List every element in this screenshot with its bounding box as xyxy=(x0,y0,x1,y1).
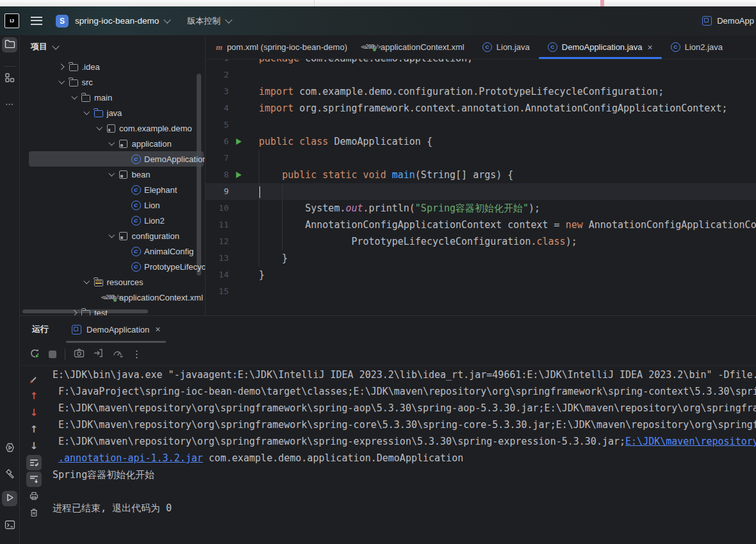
services-icon xyxy=(4,442,15,455)
more-tool-windows-button[interactable]: ⋯ xyxy=(2,96,17,111)
screenshot-button[interactable] xyxy=(74,348,85,360)
prev-trace-button[interactable]: ↑ xyxy=(26,388,42,404)
editor-tab[interactable]: Lion.java xyxy=(473,35,539,59)
more-options-button[interactable]: ⋮ xyxy=(132,349,142,359)
tree-row[interactable]: main xyxy=(20,90,205,105)
chevron-icon[interactable] xyxy=(69,311,79,315)
run-tool-window-button[interactable] xyxy=(2,491,17,506)
console-line xyxy=(53,483,756,500)
chevron-down-icon[interactable] xyxy=(226,16,233,23)
project-tool-window-button[interactable] xyxy=(2,37,17,53)
code-line[interactable]: 7 xyxy=(206,150,756,167)
console-output[interactable]: E:\JDK\bin\java.exe "-javaagent:E:\JDK\I… xyxy=(48,367,756,544)
tree-vertical-scrollbar[interactable] xyxy=(197,74,201,276)
chevron-icon[interactable] xyxy=(82,111,92,114)
run-line-icon[interactable] xyxy=(229,138,248,145)
services-tool-window-button[interactable] xyxy=(2,441,17,456)
tree-item-label: com.example.demo xyxy=(119,124,192,133)
chevron-icon[interactable] xyxy=(57,65,67,69)
chevron-icon[interactable] xyxy=(107,142,117,145)
tree-row[interactable]: AnimalConfig xyxy=(20,243,205,259)
hamburger-menu-icon[interactable] xyxy=(31,17,42,25)
project-name[interactable]: spring-ioc-bean-demo xyxy=(75,16,159,26)
chevron-icon[interactable] xyxy=(82,281,92,283)
editor-tab[interactable]: Lion2.java xyxy=(662,35,732,59)
tree-row[interactable]: Elephant xyxy=(20,182,205,197)
console-link[interactable]: .annotation-api-1.3.2.jar xyxy=(58,452,203,464)
code-line[interactable]: 12 PrototypeLifecycleConfiguration.class… xyxy=(206,233,756,250)
chevron-icon[interactable] xyxy=(57,81,67,83)
ide-window: IJ S spring-ioc-bean-demo 版本控制 DemoApp ⋯ xyxy=(0,0,756,544)
code-line[interactable]: 3 import com.example.demo.configuration.… xyxy=(206,83,756,100)
tree-row[interactable]: resources xyxy=(20,274,205,290)
print-button[interactable] xyxy=(26,488,42,504)
soft-wrap-toggle[interactable] xyxy=(26,455,42,470)
tree-row[interactable]: bean xyxy=(20,167,205,182)
tree-row[interactable]: src xyxy=(20,74,205,90)
chevron-down-icon[interactable] xyxy=(164,16,171,23)
run-console-tab[interactable]: DemoApplication × xyxy=(66,316,166,343)
code-line[interactable]: 13 } xyxy=(206,250,756,267)
jump-to-source-button[interactable] xyxy=(26,371,42,388)
profiler-button[interactable] xyxy=(112,348,124,360)
next-trace-button[interactable]: ↓ xyxy=(26,404,42,421)
code-line[interactable]: 4 import org.springframework.context.ann… xyxy=(206,100,756,117)
close-icon[interactable]: × xyxy=(648,42,653,53)
indent-guide xyxy=(259,150,259,267)
code-line[interactable]: 15 xyxy=(206,283,756,300)
project-avatar[interactable]: S xyxy=(56,15,69,28)
console-link[interactable]: E:\JDK\maven\repository xyxy=(625,436,756,447)
chevron-icon[interactable] xyxy=(107,173,117,176)
code-line[interactable]: 8 public static void main(String[] args)… xyxy=(206,167,756,183)
editor-tab[interactable]: applicationContext.xml xyxy=(356,35,473,59)
line-number: 14 xyxy=(206,267,229,283)
tree-item-icon xyxy=(92,277,105,286)
thread-dump-button[interactable] xyxy=(93,348,104,360)
stop-button[interactable] xyxy=(49,350,56,358)
code-line[interactable]: 2 xyxy=(206,67,756,83)
chevron-icon[interactable] xyxy=(107,235,117,237)
vcs-menu[interactable]: 版本控制 xyxy=(187,15,220,27)
code-line[interactable]: 5 xyxy=(206,117,756,133)
tree-row[interactable]: Lion2 xyxy=(20,213,205,228)
structure-tool-window-button[interactable] xyxy=(2,70,17,86)
tree-row[interactable]: applicationContext.xml xyxy=(20,290,205,305)
scroll-to-end-toggle[interactable] xyxy=(26,472,42,487)
chevron-down-icon[interactable] xyxy=(52,42,59,49)
tree-row[interactable]: DemoApplication xyxy=(20,151,205,167)
tree-item-icon xyxy=(92,108,105,117)
code-line[interactable]: 14 } xyxy=(206,267,756,283)
code-line[interactable]: 9 xyxy=(206,183,756,200)
tree-item-label: application xyxy=(132,139,172,149)
tree-row[interactable]: java xyxy=(20,105,205,120)
editor-tab[interactable]: pom.xml (spring-ioc-bean-demo) xyxy=(207,35,356,59)
code-line[interactable]: 1 package com.example.demo.application; xyxy=(206,59,756,67)
chevron-icon[interactable] xyxy=(94,127,104,129)
file-type-icon xyxy=(365,43,376,51)
tree-row[interactable]: PrototypeLifecycleConfiguration xyxy=(20,259,205,274)
clear-console-button[interactable] xyxy=(26,504,42,521)
up-stack-button[interactable]: ↑ xyxy=(26,421,42,438)
terminal-tool-window-button[interactable] xyxy=(2,518,17,533)
run-line-icon[interactable] xyxy=(229,171,248,179)
tree-row[interactable]: Lion xyxy=(20,197,205,213)
code-line[interactable]: 10 System.out.println("Spring容器初始化开始"); xyxy=(206,200,756,217)
chevron-icon[interactable] xyxy=(69,96,79,99)
project-panel-header[interactable]: 项目 xyxy=(20,35,205,58)
console-line: E:\JDK\maven\repository\org\springframew… xyxy=(53,416,756,433)
code-line[interactable]: 11 AnnotationConfigApplicationContext co… xyxy=(206,217,756,233)
tree-row[interactable]: configuration xyxy=(20,228,205,243)
tree-row[interactable]: com.example.demo xyxy=(20,120,205,136)
tree-item-icon xyxy=(79,308,92,315)
down-stack-button[interactable]: ↓ xyxy=(26,438,42,454)
close-icon[interactable]: × xyxy=(155,324,160,334)
tree-row[interactable]: .idea xyxy=(20,59,205,74)
line-number: 2 xyxy=(206,67,229,83)
run-config-selector[interactable]: DemoApp xyxy=(717,16,754,26)
code-line[interactable]: 6 public class DemoApplication { xyxy=(206,133,756,150)
code-editor[interactable]: 1 package com.example.demo.application; … xyxy=(206,59,756,315)
tree-row[interactable]: application xyxy=(20,136,205,151)
rerun-button[interactable] xyxy=(29,348,40,361)
editor-tab[interactable]: DemoApplication.java × xyxy=(539,35,662,59)
build-tool-window-button[interactable] xyxy=(2,467,17,482)
